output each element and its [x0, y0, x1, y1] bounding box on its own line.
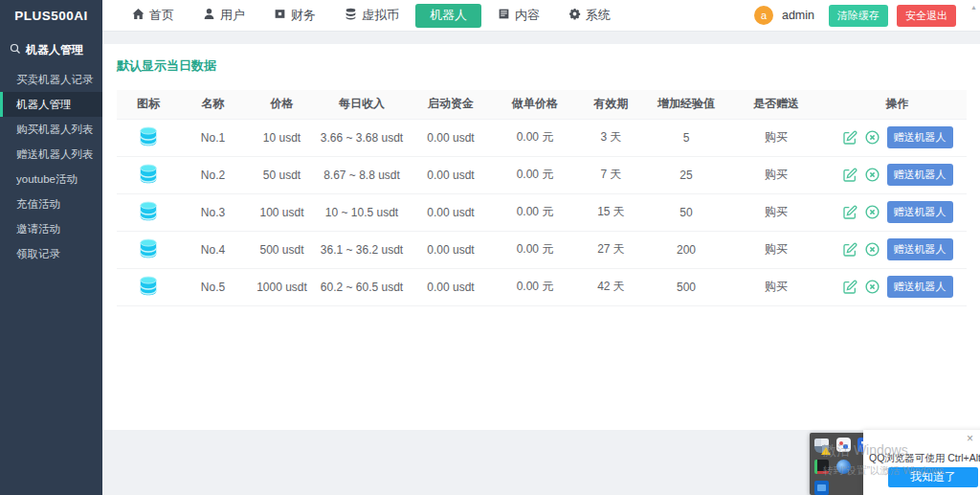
col-header-name: 名称: [180, 90, 246, 119]
sidebar-item-label: 邀请活动: [16, 223, 60, 235]
sidebar-item-label: 领取记录: [16, 248, 60, 259]
app-logo: PLUS500AI: [0, 0, 102, 33]
sidebar-item-label: 机器人管理: [16, 99, 72, 110]
tab-label: 机器人: [430, 7, 467, 24]
globe-icon[interactable]: [836, 460, 851, 474]
cell-price: 1000 usdt: [246, 268, 318, 305]
delete-button[interactable]: [864, 279, 880, 295]
search-icon: [10, 43, 21, 57]
logout-button[interactable]: 安全退出: [897, 5, 956, 27]
cell-name: No.2: [180, 156, 246, 193]
delete-button[interactable]: [864, 241, 880, 258]
col-header-daily-income: 每日收入: [318, 90, 406, 119]
table-row: No.1 10 usdt 3.66 ~ 3.68 usdt 0.00 usdt …: [117, 119, 967, 156]
tab-home[interactable]: 首页: [118, 0, 189, 32]
gift-robot-button[interactable]: 赠送机器人: [887, 126, 953, 148]
main-content-card: 默认显示当日数据 图标 名称 价格 每日收入 启动资金 做单价格 有效期 增加经…: [102, 44, 980, 430]
close-icon[interactable]: ×: [967, 432, 973, 445]
sidebar-group-label: 机器人管理: [26, 42, 83, 58]
page-title: 默认显示当日数据: [117, 57, 980, 75]
col-header-order-price: 做单价格: [496, 90, 574, 119]
col-header-is-gift: 是否赠送: [724, 90, 828, 119]
clear-cache-button[interactable]: 清除缓存: [829, 5, 888, 27]
mail-icon[interactable]: [814, 481, 829, 495]
sidebar-item-youtube-activity[interactable]: youtube活动: [0, 167, 102, 191]
tab-label: 内容: [515, 7, 540, 24]
graphics-icon[interactable]: [814, 460, 829, 474]
robot-icon: [138, 285, 159, 299]
cell-is-gift: 购买: [724, 119, 828, 156]
gift-robot-button[interactable]: 赠送机器人: [887, 164, 953, 186]
edit-button[interactable]: [842, 242, 858, 258]
defender-shield-icon[interactable]: [814, 439, 829, 453]
tab-content[interactable]: 内容: [483, 0, 554, 32]
cell-icon: [117, 119, 180, 156]
tab-crypto[interactable]: 虚拟币: [330, 0, 413, 32]
tab-users[interactable]: 用户: [189, 0, 259, 32]
sidebar-group-robot-management[interactable]: 机器人管理: [0, 33, 102, 67]
cell-is-gift: 购买: [724, 193, 828, 231]
sidebar-item-label: 购买机器人列表: [16, 124, 94, 135]
gift-robot-button[interactable]: 赠送机器人: [887, 238, 953, 260]
sidebar: PLUS500AI 机器人管理 买卖机器人记录 机器人管理 购买机器人列表 赠送…: [0, 0, 102, 495]
cell-startup-capital: 0.00 usdt: [406, 268, 496, 305]
cell-is-gift: 购买: [724, 231, 828, 268]
scrollbar-up-arrow[interactable]: ▲: [970, 4, 977, 11]
toast-message: QQ浏览器可使用 Ctrl+Alt+A 截图: [869, 452, 980, 465]
sidebar-item-purchase-robot-list[interactable]: 购买机器人列表: [0, 117, 102, 142]
sidebar-item-gift-robot-list[interactable]: 赠送机器人列表: [0, 142, 102, 167]
tab-label: 虚拟币: [362, 7, 399, 24]
table-row: No.4 500 usdt 36.1 ~ 36.2 usdt 0.00 usdt…: [117, 231, 967, 268]
robot-icon: [138, 136, 159, 149]
edit-button[interactable]: [842, 205, 858, 220]
gift-robot-button[interactable]: 赠送机器人: [887, 201, 953, 223]
tab-finance[interactable]: 财务: [259, 0, 330, 32]
cell-startup-capital: 0.00 usdt: [406, 193, 496, 231]
delete-button[interactable]: [864, 167, 880, 183]
avatar[interactable]: a: [754, 6, 773, 25]
sidebar-item-label: 赠送机器人列表: [16, 148, 94, 160]
cell-daily-income: 10 ~ 10.5 usdt: [318, 193, 406, 231]
delete-button[interactable]: [864, 129, 880, 146]
edit-button[interactable]: [842, 130, 858, 146]
toast-confirm-button[interactable]: 我知道了: [888, 467, 978, 487]
tab-label: 用户: [220, 7, 245, 24]
edit-button[interactable]: [842, 168, 858, 183]
cell-icon: [117, 193, 180, 231]
username: admin: [782, 9, 814, 22]
gift-robot-button[interactable]: 赠送机器人: [887, 276, 953, 298]
navbar-user-area: a admin 清除缓存 安全退出: [754, 5, 956, 27]
sidebar-item-invite-activity[interactable]: 邀请活动: [0, 216, 102, 241]
edit-button[interactable]: [842, 280, 858, 295]
robots-table: 图标 名称 价格 每日收入 启动资金 做单价格 有效期 增加经验值 是否赠送 操…: [117, 90, 967, 306]
cell-name: No.5: [180, 268, 246, 305]
cell-name: No.1: [180, 119, 246, 156]
sidebar-item-claim-records[interactable]: 领取记录: [0, 241, 102, 266]
system-tray-popup: [810, 433, 869, 495]
delete-button[interactable]: [864, 204, 880, 220]
white-app-icon[interactable]: [836, 438, 851, 452]
cell-daily-income: 3.66 ~ 3.68 usdt: [318, 119, 406, 156]
tab-label: 首页: [149, 7, 174, 24]
sidebar-item-robot-management[interactable]: 机器人管理: [0, 92, 102, 117]
cell-startup-capital: 0.00 usdt: [406, 231, 496, 268]
col-header-icon: 图标: [117, 90, 180, 119]
cell-exp: 50: [648, 193, 724, 231]
tab-label: 财务: [291, 7, 316, 24]
cell-operations: 赠送机器人: [828, 193, 967, 231]
cell-order-price: 0.00 元: [496, 156, 574, 193]
sidebar-item-buy-sell-records[interactable]: 买卖机器人记录: [0, 67, 102, 92]
robot-icon: [138, 211, 159, 224]
cell-price: 500 usdt: [246, 231, 318, 268]
qq-browser-toast: × QQ浏览器可使用 Ctrl+Alt+A 截图 我知道了: [863, 430, 980, 495]
content-icon: [498, 8, 510, 23]
cell-daily-income: 60.2 ~ 60.5 usdt: [318, 268, 406, 305]
sidebar-item-recharge-activity[interactable]: 充值活动: [0, 191, 102, 216]
tab-system[interactable]: 系统: [554, 0, 625, 32]
home-icon: [132, 8, 145, 23]
robot-icon: [138, 173, 159, 187]
col-header-price: 价格: [246, 90, 318, 119]
tab-robot[interactable]: 机器人: [415, 4, 481, 28]
cell-operations: 赠送机器人: [828, 231, 967, 268]
cell-icon: [117, 268, 180, 305]
